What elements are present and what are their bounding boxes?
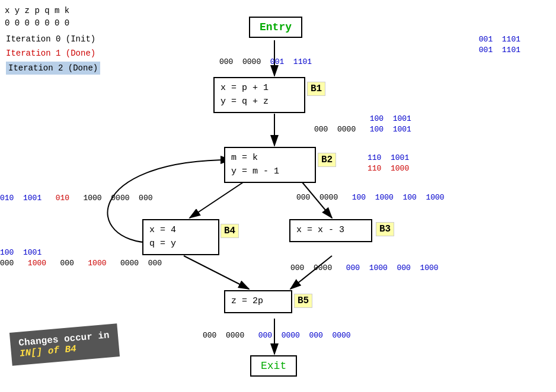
iteration-item-2[interactable]: Iteration 2 (Done) bbox=[5, 61, 114, 75]
bits-left-b4-2: 100 1001 000 1000 000 1000 0000 000 bbox=[0, 248, 162, 269]
var-values: 0 0 0 0 0 0 0 bbox=[5, 17, 114, 30]
b2-line2: y = m - 1 bbox=[231, 165, 309, 179]
svg-line-3 bbox=[190, 182, 243, 218]
bits-b2-right: 110 1001 110 1000 bbox=[368, 153, 409, 174]
node-b3: x = x - 3 bbox=[289, 219, 372, 242]
var-names: x y z p q m k bbox=[5, 5, 114, 17]
b3-line1: x = x - 3 bbox=[296, 224, 365, 237]
b2-line1: m = k bbox=[231, 152, 309, 165]
b2-label: B2 bbox=[318, 153, 336, 167]
node-exit: Exit bbox=[250, 355, 297, 377]
bits-entry-out: 000 0000 001 1101 bbox=[219, 57, 312, 68]
node-b1: x = p + 1 y = q + z bbox=[213, 77, 305, 113]
bits-b1-right: 100 1001 000 0000 100 1001 bbox=[314, 114, 411, 135]
svg-line-5 bbox=[184, 256, 249, 289]
b3-label: B3 bbox=[376, 222, 394, 236]
b5-line1: z = 2p bbox=[231, 295, 285, 309]
b4-label: B4 bbox=[221, 224, 239, 238]
variable-header: x y z p q m k 0 0 0 0 0 0 0 bbox=[5, 5, 114, 30]
bits-left-b4-1: 010 1001 010 1000 0000 000 bbox=[0, 193, 153, 204]
bits-b3-below: 000 0000 000 1000 000 1000 bbox=[290, 263, 439, 274]
b1-label: B1 bbox=[307, 82, 325, 96]
bits-b5-below: 000 0000 000 0000 000 0000 bbox=[203, 330, 351, 341]
node-b5: z = 2p bbox=[224, 290, 292, 313]
left-panel: x y z p q m k 0 0 0 0 0 0 0 Iteration 0 … bbox=[0, 0, 119, 80]
iteration-item-1[interactable]: Iteration 1 (Done) bbox=[5, 46, 114, 60]
b1-line2: y = q + z bbox=[221, 95, 298, 109]
bits-b2-below-right: 000 0000 100 1000 100 1000 bbox=[296, 192, 445, 203]
iteration-list: Iteration 0 (Init) Iteration 1 (Done) It… bbox=[5, 32, 114, 75]
b1-line1: x = p + 1 bbox=[221, 82, 298, 95]
node-b2: m = k y = m - 1 bbox=[224, 147, 316, 183]
b5-label: B5 bbox=[294, 294, 312, 308]
bits-top-right: 001 1101 001 1101 bbox=[479, 34, 520, 56]
b4-line1: x = 4 bbox=[149, 224, 212, 237]
iteration-item-0[interactable]: Iteration 0 (Init) bbox=[5, 32, 114, 46]
node-entry: Entry bbox=[249, 17, 302, 38]
